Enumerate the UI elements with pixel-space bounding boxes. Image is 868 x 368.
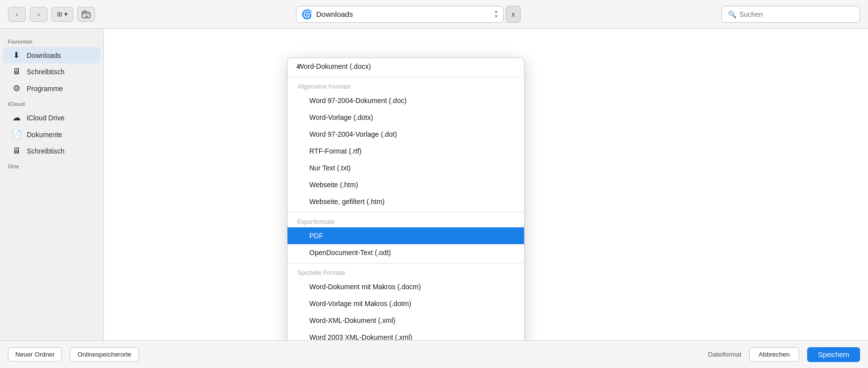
new-folder-icon (82, 10, 91, 18)
rtf-label: RTF-Format (.rtf) (309, 147, 362, 155)
format-label: Dateiformat (708, 351, 741, 358)
new-folder-toolbar-button[interactable] (77, 7, 95, 22)
view-icon: ⊞ (57, 10, 62, 18)
apps-icon: ⚙ (11, 83, 22, 94)
sidebar-item-icloud-drive[interactable]: ☁ iCloud Drive (3, 109, 100, 126)
docx-label: Word-Dokument (.docx) (297, 62, 371, 70)
sidebar-icloud-label-item: iCloud Drive (27, 114, 64, 122)
xml2003-label: Word 2003 XML-Dokument (.xml) (309, 333, 412, 340)
dropdown-item-docm[interactable]: Word-Dokument mit Makros (.docm) (288, 278, 524, 295)
dropdown-item-xml2003[interactable]: Word 2003 XML-Dokument (.xml) (288, 329, 524, 340)
doc-label: Word 97-2004-Dokument (.doc) (309, 97, 407, 105)
search-icon: 🔍 (728, 10, 736, 18)
location-folder-icon: 🌀 (301, 9, 312, 20)
search-bar[interactable]: 🔍 (722, 6, 860, 23)
htmf-label: Webseite, gefiltert (.htm) (309, 198, 385, 206)
forward-button[interactable]: › (30, 7, 48, 22)
location-down-arrow: ▼ (494, 14, 498, 19)
odt-label: OpenDocument-Text (.odt) (309, 249, 391, 257)
sidebar-downloads-label: Downloads (27, 52, 61, 59)
xml-label: Word-XML-Dokument (.xml) (309, 316, 395, 324)
dropdown-item-htmf[interactable]: Webseite, gefiltert (.htm) (288, 193, 524, 210)
downloads-icon: ⬇ (11, 50, 22, 60)
desktop-icon-1: 🖥 (11, 67, 22, 77)
sidebar-schreibtisch2-label: Schreibtisch (27, 147, 64, 155)
dotx-label: Word-Vorlage (.dotx) (309, 113, 373, 121)
group-spezielle-label: Spezielle Formate (288, 265, 524, 278)
location-up-arrow: ▲ (494, 9, 498, 14)
sidebar-item-programme[interactable]: ⚙ Programme (3, 80, 100, 97)
sidebar-item-dokumente[interactable]: 📄 Dokumente (3, 126, 100, 143)
search-input[interactable] (739, 10, 854, 18)
sidebar-item-schreibtisch1[interactable]: 🖥 Schreibtisch (3, 64, 100, 80)
view-chevron-icon: ▾ (64, 10, 68, 18)
location-stepper[interactable]: ▲ ▼ (494, 9, 498, 19)
toolbar-center: 🌀 Downloads ▲ ▼ ∧ (99, 6, 718, 23)
dokumente-icon: 📄 (11, 129, 22, 140)
sidebar-item-downloads[interactable]: ⬇ Downloads (3, 47, 100, 63)
toolbar: ‹ › ⊞ ▾ 🌀 Downloads ▲ ▼ ∧ 🔍 (0, 0, 868, 29)
dropdown-item-xml[interactable]: Word-XML-Dokument (.xml) (288, 312, 524, 329)
save-button[interactable]: Speichern (807, 347, 860, 362)
view-toggle-button[interactable]: ⊞ ▾ (51, 7, 73, 22)
sidebar-favoriten-label: Favoriten (0, 35, 103, 47)
docm-label: Word-Dokument mit Makros (.docm) (309, 283, 421, 291)
online-storage-button[interactable]: Onlinespeicherorte (70, 347, 139, 362)
dot-label: Word 97-2004-Vorlage (.dot) (309, 130, 397, 138)
dropdown-item-dot[interactable]: Word 97-2004-Vorlage (.dot) (288, 126, 524, 143)
location-name: Downloads (316, 10, 490, 18)
sidebar: Favoriten ⬇ Downloads 🖥 Schreibtisch ⚙ P… (0, 29, 104, 340)
separator-1 (288, 77, 524, 77)
new-folder-button[interactable]: Neuer Ordner (8, 347, 62, 362)
dropdown-item-doc[interactable]: Word 97-2004-Dokument (.doc) (288, 92, 524, 109)
desktop-icon-2: 🖥 (11, 146, 22, 156)
bottom-bar: Neuer Ordner Onlinespeicherorte Dateifor… (0, 340, 868, 368)
dotm-label: Word-Vorlage mit Makros (.dotm) (309, 300, 411, 308)
group-allgemeine-label: Allgemeine Formate (288, 79, 524, 92)
dropdown-item-pdf[interactable]: PDF (288, 227, 524, 244)
location-bar[interactable]: 🌀 Downloads ▲ ▼ (296, 6, 504, 23)
svg-rect-0 (82, 12, 90, 18)
dropdown-item-htm[interactable]: Webseite (.htm) (288, 176, 524, 193)
cancel-button[interactable]: Abbrechen (749, 347, 799, 362)
icloud-icon: ☁ (11, 112, 22, 123)
separator-3 (288, 263, 524, 263)
group-export-label: Exportformate (288, 214, 524, 227)
sidebar-schreibtisch1-label: Schreibtisch (27, 68, 64, 76)
dropdown-item-txt[interactable]: Nur Text (.txt) (288, 159, 524, 176)
pdf-label: PDF (309, 232, 323, 240)
dropdown-item-dotx[interactable]: Word-Vorlage (.dotx) (288, 109, 524, 126)
separator-2 (288, 212, 524, 212)
main-area: Favoriten ⬇ Downloads 🖥 Schreibtisch ⚙ P… (0, 29, 868, 340)
dropdown-item-odt[interactable]: OpenDocument-Text (.odt) (288, 244, 524, 261)
txt-label: Nur Text (.txt) (309, 164, 351, 172)
sidebar-programme-label: Programme (27, 85, 63, 93)
sidebar-icloud-label: iCloud (0, 97, 103, 109)
htm-label: Webseite (.htm) (309, 181, 358, 189)
sidebar-item-schreibtisch2[interactable]: 🖥 Schreibtisch (3, 143, 100, 159)
back-button[interactable]: ‹ (8, 7, 26, 22)
dropdown-item-docx[interactable]: Word-Dokument (.docx) (288, 58, 524, 75)
sidebar-orte-label: Orte (0, 159, 103, 171)
dropdown-item-dotm[interactable]: Word-Vorlage mit Makros (.dotm) (288, 295, 524, 312)
sidebar-dokumente-label: Dokumente (27, 131, 62, 139)
location-up-button[interactable]: ∧ (506, 6, 521, 23)
dropdown-item-rtf[interactable]: RTF-Format (.rtf) (288, 143, 524, 159)
format-dropdown[interactable]: Word-Dokument (.docx) Allgemeine Formate… (287, 57, 525, 340)
